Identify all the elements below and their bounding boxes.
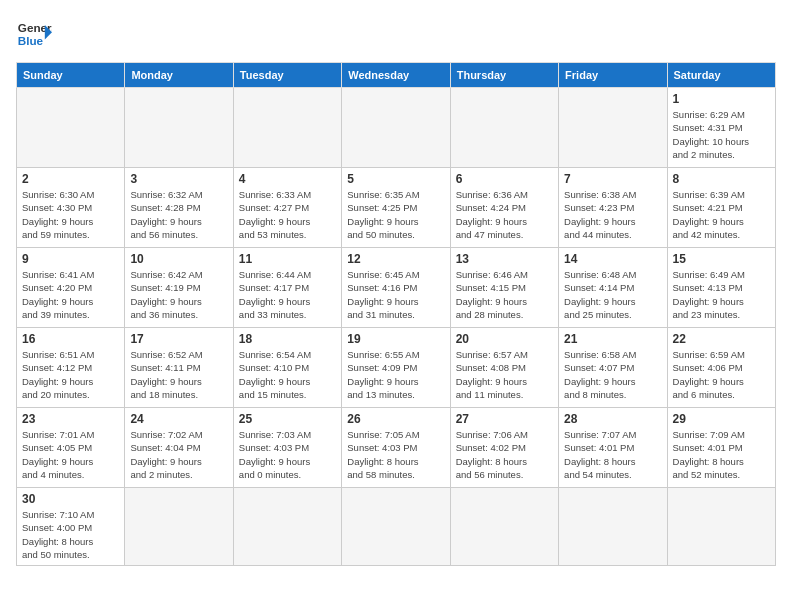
svg-text:Blue: Blue xyxy=(18,34,44,47)
day-info: Sunrise: 6:39 AM Sunset: 4:21 PM Dayligh… xyxy=(673,188,770,241)
day-info: Sunrise: 7:01 AM Sunset: 4:05 PM Dayligh… xyxy=(22,428,119,481)
calendar-day-cell: 22Sunrise: 6:59 AM Sunset: 4:06 PM Dayli… xyxy=(667,328,775,408)
day-info: Sunrise: 7:03 AM Sunset: 4:03 PM Dayligh… xyxy=(239,428,336,481)
calendar-day-cell: 4Sunrise: 6:33 AM Sunset: 4:27 PM Daylig… xyxy=(233,168,341,248)
calendar-day-cell: 18Sunrise: 6:54 AM Sunset: 4:10 PM Dayli… xyxy=(233,328,341,408)
calendar-week-row: 16Sunrise: 6:51 AM Sunset: 4:12 PM Dayli… xyxy=(17,328,776,408)
day-info: Sunrise: 6:42 AM Sunset: 4:19 PM Dayligh… xyxy=(130,268,227,321)
calendar-day-cell xyxy=(559,488,667,566)
calendar-day-cell: 13Sunrise: 6:46 AM Sunset: 4:15 PM Dayli… xyxy=(450,248,558,328)
calendar-day-cell: 21Sunrise: 6:58 AM Sunset: 4:07 PM Dayli… xyxy=(559,328,667,408)
day-info: Sunrise: 6:57 AM Sunset: 4:08 PM Dayligh… xyxy=(456,348,553,401)
calendar-week-row: 9Sunrise: 6:41 AM Sunset: 4:20 PM Daylig… xyxy=(17,248,776,328)
calendar-day-cell xyxy=(450,88,558,168)
day-info: Sunrise: 6:58 AM Sunset: 4:07 PM Dayligh… xyxy=(564,348,661,401)
day-info: Sunrise: 6:38 AM Sunset: 4:23 PM Dayligh… xyxy=(564,188,661,241)
logo-icon: GeneralBlue xyxy=(16,16,52,52)
day-info: Sunrise: 6:51 AM Sunset: 4:12 PM Dayligh… xyxy=(22,348,119,401)
day-number: 18 xyxy=(239,332,336,346)
calendar-day-cell xyxy=(233,88,341,168)
day-number: 13 xyxy=(456,252,553,266)
calendar-day-cell: 24Sunrise: 7:02 AM Sunset: 4:04 PM Dayli… xyxy=(125,408,233,488)
day-number: 11 xyxy=(239,252,336,266)
calendar-day-cell: 1Sunrise: 6:29 AM Sunset: 4:31 PM Daylig… xyxy=(667,88,775,168)
day-number: 16 xyxy=(22,332,119,346)
calendar-day-cell: 5Sunrise: 6:35 AM Sunset: 4:25 PM Daylig… xyxy=(342,168,450,248)
day-number: 27 xyxy=(456,412,553,426)
calendar-day-cell xyxy=(342,488,450,566)
calendar-day-cell xyxy=(233,488,341,566)
calendar-day-cell: 30Sunrise: 7:10 AM Sunset: 4:00 PM Dayli… xyxy=(17,488,125,566)
calendar-day-cell: 17Sunrise: 6:52 AM Sunset: 4:11 PM Dayli… xyxy=(125,328,233,408)
day-info: Sunrise: 6:44 AM Sunset: 4:17 PM Dayligh… xyxy=(239,268,336,321)
day-info: Sunrise: 7:05 AM Sunset: 4:03 PM Dayligh… xyxy=(347,428,444,481)
weekday-header: Thursday xyxy=(450,63,558,88)
day-number: 21 xyxy=(564,332,661,346)
day-number: 22 xyxy=(673,332,770,346)
day-number: 9 xyxy=(22,252,119,266)
day-number: 4 xyxy=(239,172,336,186)
calendar-day-cell xyxy=(125,488,233,566)
calendar-day-cell: 28Sunrise: 7:07 AM Sunset: 4:01 PM Dayli… xyxy=(559,408,667,488)
calendar-week-row: 1Sunrise: 6:29 AM Sunset: 4:31 PM Daylig… xyxy=(17,88,776,168)
day-info: Sunrise: 6:59 AM Sunset: 4:06 PM Dayligh… xyxy=(673,348,770,401)
day-info: Sunrise: 6:55 AM Sunset: 4:09 PM Dayligh… xyxy=(347,348,444,401)
day-info: Sunrise: 6:33 AM Sunset: 4:27 PM Dayligh… xyxy=(239,188,336,241)
day-number: 25 xyxy=(239,412,336,426)
day-number: 2 xyxy=(22,172,119,186)
calendar-day-cell: 19Sunrise: 6:55 AM Sunset: 4:09 PM Dayli… xyxy=(342,328,450,408)
day-number: 30 xyxy=(22,492,119,506)
calendar-day-cell: 8Sunrise: 6:39 AM Sunset: 4:21 PM Daylig… xyxy=(667,168,775,248)
day-info: Sunrise: 6:41 AM Sunset: 4:20 PM Dayligh… xyxy=(22,268,119,321)
calendar-day-cell: 26Sunrise: 7:05 AM Sunset: 4:03 PM Dayli… xyxy=(342,408,450,488)
day-info: Sunrise: 7:02 AM Sunset: 4:04 PM Dayligh… xyxy=(130,428,227,481)
calendar-week-row: 23Sunrise: 7:01 AM Sunset: 4:05 PM Dayli… xyxy=(17,408,776,488)
day-number: 17 xyxy=(130,332,227,346)
calendar-day-cell xyxy=(559,88,667,168)
calendar-day-cell: 10Sunrise: 6:42 AM Sunset: 4:19 PM Dayli… xyxy=(125,248,233,328)
calendar-day-cell xyxy=(667,488,775,566)
weekday-header: Tuesday xyxy=(233,63,341,88)
calendar-day-cell: 12Sunrise: 6:45 AM Sunset: 4:16 PM Dayli… xyxy=(342,248,450,328)
day-number: 12 xyxy=(347,252,444,266)
calendar-day-cell: 7Sunrise: 6:38 AM Sunset: 4:23 PM Daylig… xyxy=(559,168,667,248)
day-info: Sunrise: 7:06 AM Sunset: 4:02 PM Dayligh… xyxy=(456,428,553,481)
calendar-day-cell xyxy=(342,88,450,168)
day-number: 7 xyxy=(564,172,661,186)
calendar-week-row: 2Sunrise: 6:30 AM Sunset: 4:30 PM Daylig… xyxy=(17,168,776,248)
weekday-header: Wednesday xyxy=(342,63,450,88)
day-number: 8 xyxy=(673,172,770,186)
day-info: Sunrise: 6:46 AM Sunset: 4:15 PM Dayligh… xyxy=(456,268,553,321)
weekday-header: Sunday xyxy=(17,63,125,88)
day-number: 6 xyxy=(456,172,553,186)
calendar-day-cell xyxy=(17,88,125,168)
day-info: Sunrise: 6:29 AM Sunset: 4:31 PM Dayligh… xyxy=(673,108,770,161)
day-info: Sunrise: 6:48 AM Sunset: 4:14 PM Dayligh… xyxy=(564,268,661,321)
day-number: 14 xyxy=(564,252,661,266)
day-info: Sunrise: 6:32 AM Sunset: 4:28 PM Dayligh… xyxy=(130,188,227,241)
calendar-day-cell: 2Sunrise: 6:30 AM Sunset: 4:30 PM Daylig… xyxy=(17,168,125,248)
calendar-day-cell: 20Sunrise: 6:57 AM Sunset: 4:08 PM Dayli… xyxy=(450,328,558,408)
day-number: 23 xyxy=(22,412,119,426)
calendar-day-cell: 9Sunrise: 6:41 AM Sunset: 4:20 PM Daylig… xyxy=(17,248,125,328)
calendar-week-row: 30Sunrise: 7:10 AM Sunset: 4:00 PM Dayli… xyxy=(17,488,776,566)
weekday-header: Saturday xyxy=(667,63,775,88)
calendar-day-cell xyxy=(450,488,558,566)
day-number: 26 xyxy=(347,412,444,426)
day-info: Sunrise: 6:35 AM Sunset: 4:25 PM Dayligh… xyxy=(347,188,444,241)
calendar-day-cell: 6Sunrise: 6:36 AM Sunset: 4:24 PM Daylig… xyxy=(450,168,558,248)
calendar-day-cell: 3Sunrise: 6:32 AM Sunset: 4:28 PM Daylig… xyxy=(125,168,233,248)
page-header: GeneralBlue xyxy=(16,16,776,52)
day-info: Sunrise: 6:52 AM Sunset: 4:11 PM Dayligh… xyxy=(130,348,227,401)
calendar-day-cell xyxy=(125,88,233,168)
day-info: Sunrise: 7:10 AM Sunset: 4:00 PM Dayligh… xyxy=(22,508,119,561)
calendar-day-cell: 23Sunrise: 7:01 AM Sunset: 4:05 PM Dayli… xyxy=(17,408,125,488)
weekday-header: Friday xyxy=(559,63,667,88)
day-info: Sunrise: 6:36 AM Sunset: 4:24 PM Dayligh… xyxy=(456,188,553,241)
weekday-header: Monday xyxy=(125,63,233,88)
day-info: Sunrise: 6:45 AM Sunset: 4:16 PM Dayligh… xyxy=(347,268,444,321)
calendar-day-cell: 14Sunrise: 6:48 AM Sunset: 4:14 PM Dayli… xyxy=(559,248,667,328)
day-number: 28 xyxy=(564,412,661,426)
day-number: 24 xyxy=(130,412,227,426)
day-number: 29 xyxy=(673,412,770,426)
